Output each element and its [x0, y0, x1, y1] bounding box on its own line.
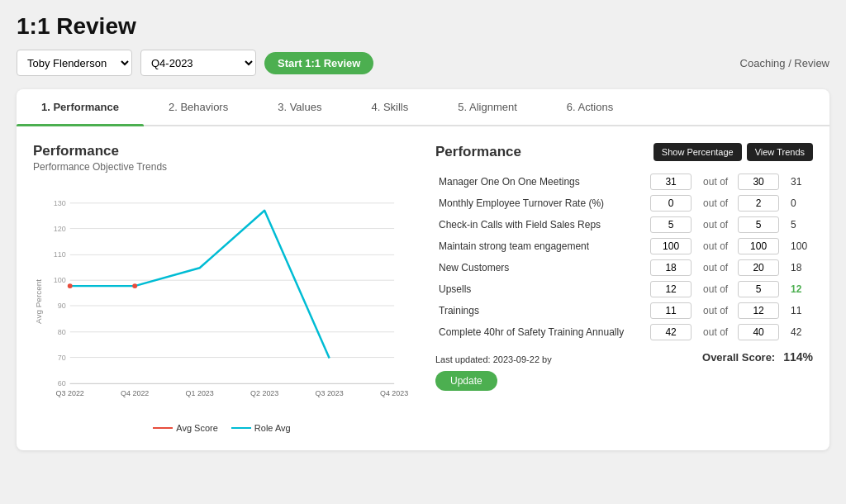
- table-row: Maintain strong team engagement out of 1…: [435, 235, 813, 257]
- out-of-input[interactable]: [738, 302, 779, 319]
- performance-chart: Avg Percent 130 120 110 100: [33, 186, 411, 434]
- svg-point-24: [68, 283, 73, 288]
- out-of-label: out of: [700, 171, 734, 193]
- tab-values[interactable]: 3. Values: [253, 89, 346, 125]
- score-input[interactable]: [650, 216, 692, 233]
- score-input[interactable]: [650, 324, 692, 340]
- row-label: Upsells: [435, 278, 647, 300]
- svg-text:130: 130: [54, 199, 66, 207]
- view-trends-button[interactable]: View Trends: [747, 143, 813, 161]
- row-value: 100: [787, 235, 813, 257]
- svg-text:80: 80: [58, 328, 66, 336]
- svg-text:Avg Percent: Avg Percent: [34, 279, 43, 324]
- row-label: Check-in Calls with Field Sales Reps: [435, 214, 647, 235]
- tab-skills[interactable]: 4. Skills: [346, 89, 433, 125]
- tab-actions[interactable]: 6. Actions: [542, 89, 638, 125]
- out-of-label: out of: [700, 278, 734, 300]
- out-of-input[interactable]: [738, 324, 779, 340]
- row-value: 5: [787, 214, 813, 235]
- page-title: 1:1 Review: [17, 13, 829, 40]
- out-of-label: out of: [700, 300, 734, 321]
- row-value: 31: [787, 171, 813, 193]
- legend-avg-score: Avg Score: [153, 423, 218, 433]
- last-updated: Last updated: 2023-09-22 by: [435, 354, 552, 364]
- chart-section-subtitle: Performance Objective Trends: [33, 161, 411, 173]
- overall-value: 114%: [783, 350, 813, 364]
- table-row: Complete 40hr of Safety Training Annuall…: [435, 321, 813, 343]
- svg-text:Q4 2023: Q4 2023: [380, 389, 408, 397]
- breadcrumb: Coaching / Review: [740, 57, 829, 69]
- row-label: Manager One On One Meetings: [435, 171, 647, 193]
- table-row: New Customers out of 18: [435, 257, 813, 278]
- tab-alignment[interactable]: 5. Alignment: [433, 89, 542, 125]
- out-of-input[interactable]: [738, 238, 779, 254]
- left-panel: Performance Performance Objective Trends…: [33, 143, 411, 434]
- update-button[interactable]: Update: [435, 371, 497, 391]
- svg-text:Q1 2023: Q1 2023: [186, 389, 214, 397]
- chart-legend: Avg Score Role Avg: [33, 423, 411, 433]
- svg-text:100: 100: [54, 276, 66, 284]
- row-value: 11: [787, 300, 813, 321]
- performance-table: Manager One On One Meetings out of 31 Mo…: [435, 171, 813, 343]
- out-of-label: out of: [700, 214, 734, 235]
- right-panel-title: Performance: [435, 144, 521, 160]
- out-of-input[interactable]: [738, 281, 779, 297]
- score-input[interactable]: [650, 302, 692, 319]
- tab-bar: 1. Performance 2. Behaviors 3. Values 4.…: [17, 89, 829, 126]
- table-row: Check-in Calls with Field Sales Reps out…: [435, 214, 813, 235]
- svg-text:60: 60: [58, 379, 66, 388]
- action-buttons: Show Percentage View Trends: [654, 143, 813, 161]
- row-label: Maintain strong team engagement: [435, 235, 647, 257]
- out-of-label: out of: [700, 235, 734, 257]
- score-input[interactable]: [650, 195, 692, 212]
- svg-text:Q2 2023: Q2 2023: [250, 389, 278, 397]
- user-select[interactable]: Toby Flenderson: [17, 50, 132, 76]
- table-row: Trainings out of 11: [435, 300, 813, 321]
- tab-performance[interactable]: 1. Performance: [17, 89, 144, 125]
- row-value: 18: [787, 257, 813, 278]
- table-row: Manager One On One Meetings out of 31: [435, 171, 813, 193]
- right-panel: Performance Show Percentage View Trends …: [435, 143, 813, 434]
- start-review-button[interactable]: Start 1:1 Review: [264, 52, 373, 74]
- score-input[interactable]: [650, 259, 692, 276]
- out-of-input[interactable]: [738, 216, 779, 233]
- tab-behaviors[interactable]: 2. Behaviors: [144, 89, 253, 125]
- row-label: New Customers: [435, 257, 647, 278]
- table-row: Upsells out of 12: [435, 278, 813, 300]
- row-label: Monthly Employee Turnover Rate (%): [435, 193, 647, 214]
- svg-text:90: 90: [58, 302, 66, 310]
- score-input[interactable]: [650, 281, 692, 297]
- svg-text:70: 70: [58, 354, 66, 362]
- svg-text:110: 110: [54, 250, 66, 259]
- table-row: Monthly Employee Turnover Rate (%) out o…: [435, 193, 813, 214]
- row-value: 42: [787, 321, 813, 343]
- chart-section-title: Performance: [33, 143, 411, 159]
- overall-label: Overall Score:: [702, 351, 775, 364]
- out-of-input[interactable]: [738, 259, 779, 276]
- svg-text:Q4 2022: Q4 2022: [121, 389, 149, 397]
- row-value: 12: [787, 278, 813, 300]
- svg-text:Q3 2023: Q3 2023: [315, 389, 343, 397]
- svg-text:120: 120: [54, 225, 66, 233]
- out-of-label: out of: [700, 257, 734, 278]
- svg-text:Q3 2022: Q3 2022: [56, 389, 84, 397]
- row-value: 0: [787, 193, 813, 214]
- row-label: Complete 40hr of Safety Training Annuall…: [435, 321, 647, 343]
- out-of-input[interactable]: [738, 195, 779, 212]
- quarter-select[interactable]: Q4-2023: [140, 50, 256, 76]
- legend-role-avg: Role Avg: [231, 423, 291, 433]
- show-percentage-button[interactable]: Show Percentage: [654, 143, 742, 161]
- score-input[interactable]: [650, 238, 692, 254]
- out-of-input[interactable]: [738, 174, 779, 190]
- out-of-label: out of: [700, 321, 734, 343]
- row-label: Trainings: [435, 300, 647, 321]
- overall-score-area: Overall Score: 114%: [702, 350, 813, 364]
- chart-svg: Avg Percent 130 120 110 100: [33, 186, 411, 417]
- score-input[interactable]: [650, 174, 692, 190]
- svg-point-25: [132, 283, 137, 288]
- out-of-label: out of: [700, 193, 734, 214]
